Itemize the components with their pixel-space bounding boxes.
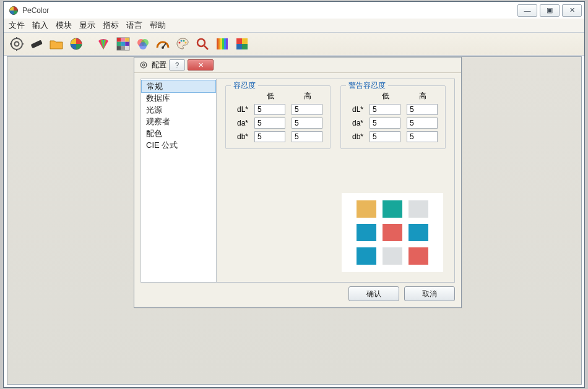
svg-point-21 — [139, 42, 147, 49]
svg-point-25 — [181, 40, 183, 42]
svg-rect-39 — [242, 44, 248, 49]
close-button[interactable]: ✕ — [562, 4, 582, 17]
svg-point-23 — [162, 46, 164, 49]
svg-line-29 — [204, 46, 208, 49]
dialog-close-button[interactable]: ✕ — [188, 59, 214, 71]
settings-sidebar: 常规 数据库 光源 观察者 配色 CIE 公式 — [141, 79, 217, 282]
warning-dl-high[interactable] — [407, 104, 438, 115]
svg-rect-18 — [125, 46, 129, 50]
svg-point-40 — [141, 62, 147, 68]
tolerance-db-high[interactable] — [292, 131, 322, 142]
svg-rect-35 — [226, 38, 228, 49]
warning-row-db-label: db* — [347, 132, 365, 141]
warning-da-low[interactable] — [370, 118, 400, 129]
swatch-4 — [383, 224, 402, 241]
sidebar-item-colormatch[interactable]: 配色 — [141, 127, 216, 139]
maximize-button[interactable]: ▣ — [540, 4, 560, 17]
menu-display[interactable]: 显示 — [79, 20, 95, 31]
warning-tolerance-fieldset: 警告容忍度 低 高 dL* da* — [340, 85, 446, 149]
sidebar-item-database[interactable]: 数据库 — [141, 92, 216, 104]
swatch-3 — [357, 224, 376, 241]
tolerance-row-db-label: db* — [232, 132, 249, 141]
cancel-button[interactable]: 取消 — [404, 286, 455, 301]
svg-point-2 — [15, 42, 19, 46]
search-icon[interactable] — [194, 36, 210, 52]
svg-rect-13 — [117, 42, 121, 46]
svg-rect-38 — [236, 44, 242, 49]
sidebar-item-observer[interactable]: 观察者 — [141, 116, 216, 127]
swatch-5 — [409, 224, 428, 241]
spectrum-icon[interactable] — [214, 36, 230, 52]
warning-da-high[interactable] — [407, 118, 438, 129]
color-grid-icon[interactable] — [115, 36, 131, 52]
dialog-gear-icon — [139, 61, 148, 69]
svg-rect-7 — [31, 40, 43, 48]
menubar: 文件 输入 模块 显示 指标 语言 帮助 — [4, 19, 584, 33]
sidebar-item-general[interactable]: 常规 — [141, 80, 216, 93]
app-icon — [9, 6, 19, 15]
svg-rect-16 — [117, 46, 121, 50]
warning-db-high[interactable] — [407, 131, 438, 142]
palette-icon[interactable] — [175, 36, 191, 52]
open-folder-icon[interactable] — [48, 36, 64, 52]
settings-gear-icon[interactable] — [9, 36, 25, 52]
color-wheel-icon[interactable] — [68, 36, 84, 52]
svg-rect-12 — [125, 38, 129, 42]
menu-input[interactable]: 输入 — [32, 20, 48, 31]
tolerance-row-da-label: da* — [232, 119, 249, 127]
warning-db-low[interactable] — [370, 131, 400, 142]
tolerance-col-high: 高 — [292, 91, 324, 101]
menu-file[interactable]: 文件 — [9, 20, 25, 31]
menu-language[interactable]: 语言 — [126, 20, 142, 31]
sidebar-item-illuminant[interactable]: 光源 — [141, 104, 216, 116]
warning-row-da-label: da* — [347, 119, 365, 127]
svg-point-24 — [179, 42, 181, 44]
fan-chart-icon[interactable] — [95, 36, 111, 52]
tolerance-dl-low[interactable] — [254, 104, 285, 115]
mosaic-icon[interactable] — [234, 36, 250, 52]
toolbar — [4, 33, 584, 56]
tolerance-fieldset: 容忍度 低 高 dL* da* d — [225, 85, 331, 149]
venn-icon[interactable] — [135, 36, 151, 52]
minimize-button[interactable]: — — [517, 4, 537, 17]
menu-help[interactable]: 帮助 — [150, 20, 166, 31]
tolerance-dl-high[interactable] — [292, 104, 322, 115]
app-title: PeColor — [22, 6, 49, 15]
svg-rect-30 — [217, 38, 218, 49]
svg-point-1 — [11, 38, 22, 49]
eraser-icon[interactable] — [28, 36, 45, 52]
svg-point-26 — [183, 40, 185, 42]
dialog-help-button[interactable]: ? — [169, 59, 185, 71]
svg-rect-36 — [236, 38, 242, 44]
warning-col-low: 低 — [370, 91, 402, 101]
svg-rect-15 — [125, 42, 129, 46]
client-area: 配置 ? ✕ 常规 数据库 光源 观察者 配色 CIE 公式 容忍 — [7, 56, 582, 385]
dialog-titlebar: 配置 ? ✕ — [134, 58, 461, 73]
swatch-2 — [409, 200, 428, 218]
svg-rect-37 — [242, 38, 248, 44]
tolerance-title: 容忍度 — [231, 80, 258, 91]
swatch-8 — [409, 247, 428, 265]
svg-point-27 — [185, 42, 187, 44]
tolerance-da-low[interactable] — [254, 118, 285, 129]
tolerance-row-dl-label: dL* — [232, 105, 249, 114]
warning-dl-low[interactable] — [370, 104, 400, 115]
settings-panel: 容忍度 低 高 dL* da* d — [217, 79, 454, 282]
app-window: PeColor — ▣ ✕ 文件 输入 模块 显示 指标 语言 帮助 — [3, 1, 585, 388]
svg-rect-14 — [121, 42, 126, 46]
swatch-1 — [383, 200, 402, 218]
swatch-7 — [383, 247, 402, 265]
menu-index[interactable]: 指标 — [103, 20, 119, 31]
settings-dialog: 配置 ? ✕ 常规 数据库 光源 观察者 配色 CIE 公式 容忍 — [134, 57, 462, 308]
ok-button[interactable]: 确认 — [348, 286, 399, 301]
warning-tolerance-title: 警告容忍度 — [346, 80, 388, 91]
warning-row-dl-label: dL* — [347, 105, 365, 114]
swatch-6 — [357, 247, 376, 265]
sidebar-item-cie[interactable]: CIE 公式 — [141, 139, 216, 151]
menu-module[interactable]: 模块 — [56, 20, 72, 31]
tolerance-db-low[interactable] — [254, 131, 285, 142]
swatch-0 — [357, 200, 376, 218]
tolerance-da-high[interactable] — [292, 118, 322, 129]
color-swatches-preview — [342, 193, 443, 272]
gauge-icon[interactable] — [155, 36, 171, 52]
